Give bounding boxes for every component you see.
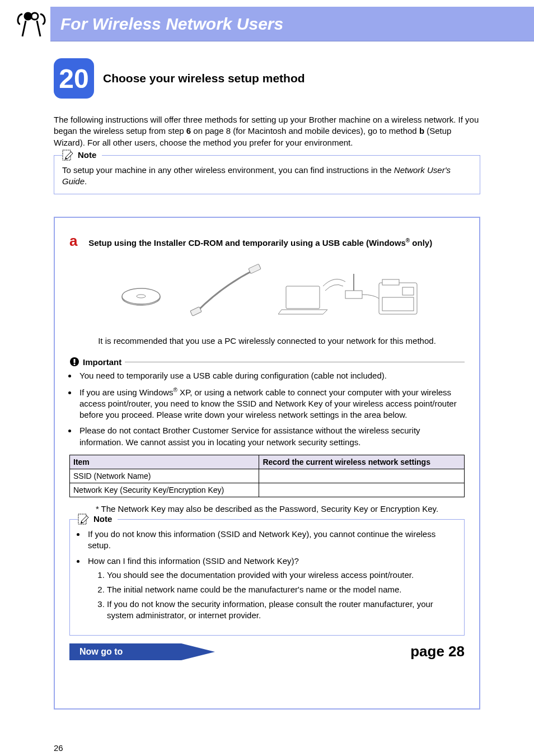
page-content: 20 Choose your wireless setup method The… <box>0 41 534 721</box>
b2-reg: ® <box>174 387 177 393</box>
inner-note-box: Note If you do not know this information… <box>69 519 465 636</box>
goto-page: page 28 <box>410 643 465 660</box>
table-h2: Record the current wireless network sett… <box>259 455 465 469</box>
banner-icon-wrap <box>0 7 50 41</box>
goto-arrow-icon <box>181 643 215 660</box>
table-r2c1: Network Key (Security Key/Encryption Key… <box>70 483 259 497</box>
svg-rect-15 <box>382 297 414 311</box>
note-label-row: Note <box>62 150 102 161</box>
inner-n3: If you do not know the security informat… <box>107 599 456 622</box>
note1-text-a: To setup your machine in any other wirel… <box>62 165 394 175</box>
note1-text-b: . <box>85 176 87 186</box>
intro-bold-b: b <box>419 126 424 136</box>
page-number: 26 <box>54 743 63 753</box>
method-a-title: Setup using the Installer CD-ROM and tem… <box>88 238 432 248</box>
important-label: Important <box>83 357 121 367</box>
svg-line-1 <box>37 21 40 36</box>
banner-title: For Wireless Network Users <box>50 15 283 34</box>
svg-rect-13 <box>382 279 399 285</box>
svg-rect-10 <box>345 291 362 298</box>
important-bullet-2: If you are using Windows® XP, or using a… <box>77 386 465 421</box>
step-title: Choose your wireless setup method <box>103 72 305 85</box>
note-pencil-icon <box>78 514 90 525</box>
illustration-row <box>69 261 465 323</box>
important-bullets: You need to temporarily use a USB cable … <box>69 370 465 448</box>
step-number-badge: 20 <box>54 58 94 99</box>
svg-rect-8 <box>190 307 202 316</box>
table-r2c2 <box>259 483 465 497</box>
goto-ribbon: Now go to <box>69 643 181 660</box>
method-a-box: a Setup using the Installer CD-ROM and t… <box>54 217 480 710</box>
note-box: Note To setup your machine in any other … <box>54 155 480 195</box>
table-header-row: Item Record the current wireless network… <box>70 455 465 469</box>
svg-line-0 <box>22 21 26 36</box>
wireless-icon <box>15 10 48 39</box>
note-pencil-icon <box>62 150 74 161</box>
note-label: Note <box>78 150 96 160</box>
inner-numbered-list: You should see the documentation provide… <box>88 570 456 622</box>
important-row: Important <box>69 357 465 367</box>
important-rule <box>125 362 465 362</box>
settings-table: Item Record the current wireless network… <box>69 455 465 497</box>
note-text: To setup your machine in any other wirel… <box>62 165 472 188</box>
svg-point-18 <box>73 363 75 365</box>
intro-paragraph: The following instructions will offer th… <box>54 114 480 148</box>
inner-bullet-1: If you do not know this information (SSI… <box>86 529 456 552</box>
table-r1c2 <box>259 469 465 483</box>
method-letter-a: a <box>69 232 86 250</box>
page-footer: 26 <box>0 721 534 756</box>
table-row: Network Key (Security Key/Encryption Key… <box>70 483 465 497</box>
table-r1c1: SSID (Network Name) <box>70 469 259 483</box>
important-bullet-3: Please do not contact Brother Customer S… <box>77 425 465 448</box>
inner-note-bullets: If you do not know this information (SSI… <box>78 529 456 622</box>
svg-rect-17 <box>74 359 76 363</box>
svg-rect-9 <box>286 286 320 309</box>
intro-text-b: on page 8 (for Macintosh and mobile devi… <box>191 126 419 136</box>
inner-note-label-row: Note <box>78 514 118 525</box>
b2-a: If you are using Windows <box>79 388 174 397</box>
usb-cable-icon <box>189 264 261 320</box>
method-a-title-b: only) <box>410 238 432 248</box>
inner-n2: The initial network name could be the ma… <box>107 584 456 595</box>
table-h1: Item <box>70 455 259 469</box>
table-row: SSID (Network Name) <box>70 469 465 483</box>
inner-note-label: Note <box>93 514 112 524</box>
method-a-title-a: Setup using the Installer CD-ROM and tem… <box>88 238 406 248</box>
cdrom-icon <box>110 267 172 317</box>
goto-row: Now go to page 28 <box>69 643 465 660</box>
inner-b2-text: How can I find this information (SSID an… <box>88 556 299 566</box>
svg-point-5 <box>122 288 160 304</box>
step-header: 20 Choose your wireless setup method <box>54 58 480 99</box>
important-icon <box>69 357 79 367</box>
page-banner: For Wireless Network Users <box>0 7 534 41</box>
laptop-router-printer-icon <box>278 258 424 325</box>
recommend-text: It is recommended that you use a PC wire… <box>69 336 465 346</box>
important-bullet-1: You need to temporarily use a USB cable … <box>77 370 465 381</box>
method-a-header: a Setup using the Installer CD-ROM and t… <box>69 232 465 250</box>
svg-rect-7 <box>249 264 261 274</box>
network-key-footnote: * The Network Key may also be described … <box>69 504 465 514</box>
intro-bold-6: 6 <box>186 126 191 136</box>
inner-bullet-2: How can I find this information (SSID an… <box>86 556 456 621</box>
svg-rect-14 <box>402 287 414 295</box>
inner-n1: You should see the documentation provide… <box>107 570 456 581</box>
